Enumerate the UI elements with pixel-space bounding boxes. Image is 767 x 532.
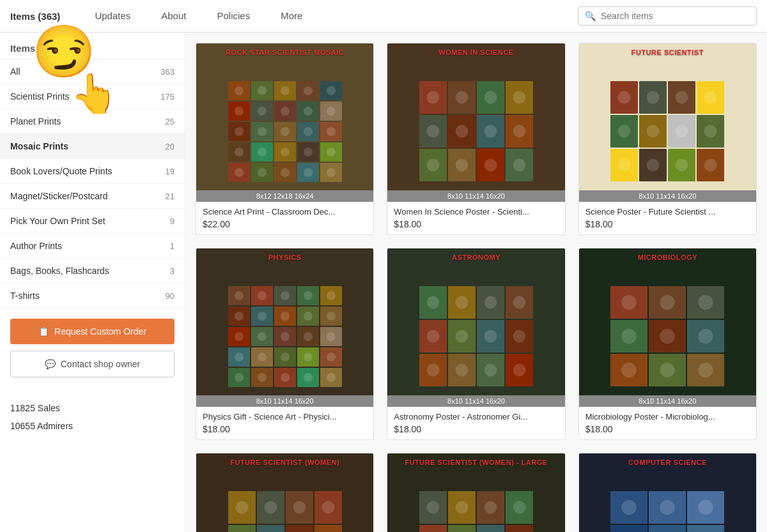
svg-point-90 [676, 125, 688, 138]
svg-point-135 [258, 353, 267, 361]
svg-point-96 [647, 159, 660, 172]
search-container: 🔍 [578, 6, 757, 26]
product-sizes: 8x12 12x18 16x24 [196, 190, 373, 202]
sidebar-item-magnet-sticker[interactable]: Magnet/Sticker/Postcard21 [0, 184, 185, 209]
items-count-label[interactable]: Items (363) [10, 11, 60, 22]
product-price: $18.00 [394, 424, 558, 434]
product-mosaic [196, 60, 373, 190]
svg-point-65 [484, 125, 497, 138]
product-price: $18.00 [585, 219, 750, 229]
product-card-astronomy[interactable]: ASTRONOMY 8x10 11x14 16x20 Astronomy Pos… [387, 248, 565, 440]
product-mosaic [387, 265, 564, 395]
nav-links: UpdatesAboutPoliciesMore [79, 0, 578, 33]
svg-point-174 [484, 364, 497, 377]
product-card-future-scientist-women-large[interactable]: FUTURE SCIENTIST (WOMEN) - LARGE 12x18 1… [387, 453, 565, 532]
product-title-overlay: FUTURE SCIENTIST (WOMEN) - LARGE [387, 459, 564, 466]
category-label: Book Lovers/Quote Prints [10, 166, 112, 176]
sidebar-item-scientist-prints[interactable]: Scientist Prints175 [0, 84, 185, 109]
svg-point-88 [647, 125, 660, 138]
svg-point-137 [281, 353, 290, 361]
sidebar-item-mosaic-prints[interactable]: Mosaic Prints20 [0, 134, 185, 159]
product-title-overlay: PHYSICS [196, 254, 373, 261]
category-label: Scientist Prints [10, 91, 70, 102]
svg-point-20 [327, 107, 336, 116]
product-info: Science Poster - Future Scientist ... $1… [579, 202, 756, 234]
sidebar-item-tshirts[interactable]: T-shirts90 [0, 284, 185, 308]
svg-point-82 [676, 91, 688, 104]
svg-point-141 [327, 353, 336, 361]
sidebar-item-pick-your-own[interactable]: Pick Your Own Print Set9 [0, 209, 185, 234]
svg-point-63 [456, 125, 469, 138]
nav-link-updates[interactable]: Updates [79, 0, 146, 33]
svg-point-164 [456, 330, 469, 343]
stat-item: 10655 Admirers [10, 421, 174, 431]
product-info: Physics Gift - Science Art - Physici... … [196, 407, 373, 439]
svg-point-139 [304, 353, 313, 361]
product-mosaic [387, 60, 564, 190]
product-price: $18.00 [203, 424, 367, 434]
product-card-microbiology[interactable]: MICROBIOLOGY 8x10 11x14 16x20 Microbiolo… [578, 248, 757, 440]
svg-point-98 [676, 159, 688, 172]
category-count: 21 [166, 192, 174, 201]
product-name: Women In Science Poster - Scienti... [394, 207, 558, 217]
search-input[interactable] [601, 11, 750, 21]
svg-point-36 [281, 148, 290, 156]
nav-link-more[interactable]: More [265, 0, 318, 33]
sidebar-item-author-prints[interactable]: Author Prints1 [0, 234, 185, 259]
product-card-rock-star[interactable]: ROCK STAR SCIENTIST MOSAIC 8x12 12x18 16… [196, 43, 374, 235]
category-label: Pick Your Own Print Set [10, 216, 105, 226]
sidebar-item-bags-books[interactable]: Bags, Books, Flashcards3 [0, 259, 185, 284]
svg-point-229 [513, 501, 526, 514]
custom-order-icon: 📋 [38, 326, 49, 337]
product-card-future-scientist-women[interactable]: FUTURE SCIENTIST (WOMEN) 8x10 11x14 16x2… [196, 453, 374, 532]
svg-point-55 [456, 91, 469, 104]
sidebar-item-planet-prints[interactable]: Planet Prints25 [0, 109, 185, 134]
sidebar-item-book-lovers[interactable]: Book Lovers/Quote Prints19 [0, 159, 185, 184]
svg-point-30 [327, 127, 336, 136]
svg-point-147 [281, 373, 290, 382]
svg-point-160 [513, 296, 526, 309]
nav-link-about[interactable]: About [146, 0, 201, 33]
product-title-overlay: COMPUTER SCIENCE [579, 459, 756, 466]
svg-point-69 [427, 159, 440, 172]
svg-point-24 [258, 127, 267, 136]
svg-point-179 [622, 295, 637, 310]
sidebar-item-all[interactable]: All363 [0, 59, 185, 84]
svg-point-32 [235, 148, 244, 156]
svg-point-109 [304, 291, 313, 300]
nav-link-policies[interactable]: Policies [201, 0, 265, 33]
svg-point-84 [704, 91, 717, 104]
svg-point-121 [327, 312, 336, 321]
svg-point-119 [304, 312, 313, 321]
product-card-physics[interactable]: PHYSICS 8x10 11x14 16x20 Physics Gift - … [196, 248, 374, 440]
product-name: Science Poster - Future Scientist ... [585, 207, 750, 217]
svg-point-57 [484, 91, 497, 104]
product-mosaic [196, 470, 373, 532]
category-count: 25 [166, 117, 174, 126]
product-card-women-in-science[interactable]: WOMEN IN SCIENCE 8x10 11x14 16x20 Women … [387, 43, 565, 235]
contact-shop-owner-button[interactable]: 💬 Contact shop owner [10, 351, 174, 377]
svg-point-12 [235, 107, 244, 116]
svg-point-185 [622, 329, 637, 344]
svg-point-133 [235, 353, 244, 361]
product-card-computer-science[interactable]: COMPUTER SCIENCE 8x10 11x14 16x20 Comput… [578, 453, 757, 532]
product-image: PHYSICS [196, 248, 373, 395]
product-card-future-scientist[interactable]: FUTURE SCIENTIST 8x10 11x14 16x20 Scienc… [578, 43, 757, 235]
product-info: Women In Science Poster - Scienti... $18… [387, 202, 564, 234]
svg-point-18 [304, 107, 313, 116]
svg-point-181 [660, 295, 675, 310]
request-custom-order-button[interactable]: 📋 Request Custom Order [10, 319, 174, 344]
category-count: 363 [160, 67, 174, 77]
svg-point-103 [235, 291, 244, 300]
svg-point-100 [704, 159, 717, 172]
svg-rect-230 [419, 525, 447, 532]
svg-point-28 [304, 127, 313, 136]
svg-point-248 [622, 500, 637, 515]
svg-point-67 [513, 125, 526, 138]
product-image: MICROBIOLOGY [579, 248, 756, 395]
search-icon: 🔍 [585, 11, 596, 21]
products-grid: ROCK STAR SCIENTIST MOSAIC 8x12 12x18 16… [196, 43, 757, 532]
svg-point-145 [258, 373, 267, 382]
product-title-overlay: ASTRONOMY [387, 254, 564, 261]
svg-point-129 [304, 332, 313, 341]
